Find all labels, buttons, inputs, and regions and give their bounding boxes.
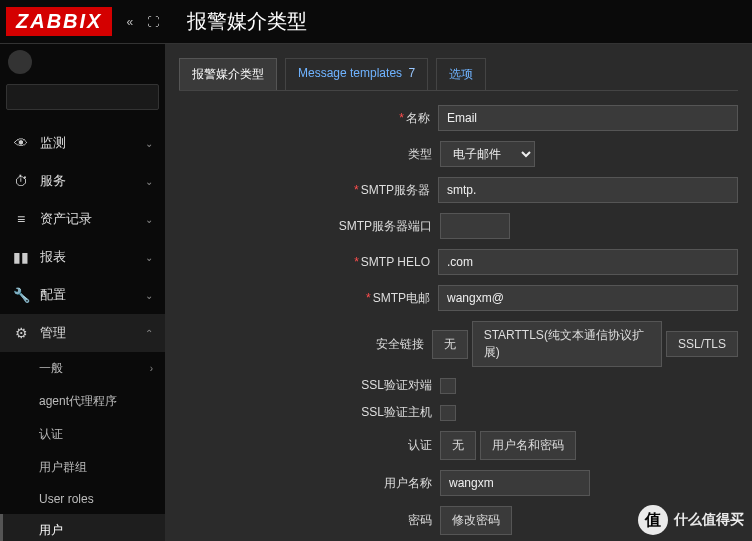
- list-icon: ≡: [12, 211, 30, 227]
- wrench-icon: 🔧: [12, 287, 30, 303]
- sidebar: 🔍 👁 监测 ⌄ ⏱ 服务 ⌄ ≡ 资产记录 ⌄ ▮▮ 报表 ⌄: [0, 44, 165, 541]
- chevron-right-icon: ›: [150, 363, 153, 374]
- chevron-down-icon: ⌄: [145, 214, 153, 225]
- subnav-users[interactable]: 用户: [0, 514, 165, 541]
- security-ssltls-button[interactable]: SSL/TLS: [666, 331, 738, 357]
- smtp-helo-input[interactable]: [438, 249, 738, 275]
- page-title: 报警媒介类型: [187, 8, 307, 35]
- tab-options[interactable]: 选项: [436, 58, 486, 90]
- sidebar-item-label: 监测: [40, 134, 135, 152]
- subnav-label: User roles: [39, 492, 94, 506]
- security-none-button[interactable]: 无: [432, 330, 468, 359]
- label-password: 密码: [408, 513, 432, 527]
- brand-logo: ZABBIX: [6, 7, 112, 36]
- sidebar-item-label: 配置: [40, 286, 135, 304]
- chevron-down-icon: ⌄: [145, 138, 153, 149]
- sidebar-item-reports[interactable]: ▮▮ 报表 ⌄: [0, 238, 165, 276]
- ssl-verify-peer-checkbox[interactable]: [440, 378, 456, 394]
- label-name: 名称: [406, 111, 430, 125]
- name-input[interactable]: [438, 105, 738, 131]
- username-input[interactable]: [440, 470, 590, 496]
- tab-label: Message templates: [298, 66, 402, 80]
- chevron-down-icon: ⌄: [145, 290, 153, 301]
- subnav-label: agent代理程序: [39, 393, 117, 410]
- chevron-down-icon: ⌄: [145, 252, 153, 263]
- auth-userpass-button[interactable]: 用户名和密码: [480, 431, 576, 460]
- subnav-userroles[interactable]: User roles: [0, 484, 165, 514]
- clock-icon: ⏱: [12, 173, 30, 189]
- subnav-label: 认证: [39, 426, 63, 443]
- tab-media-type[interactable]: 报警媒介类型: [179, 58, 277, 90]
- collapse-sidebar-icon[interactable]: «: [126, 15, 133, 29]
- tab-message-templates[interactable]: Message templates 7: [285, 58, 428, 90]
- type-select[interactable]: 电子邮件: [440, 141, 535, 167]
- subnav-general[interactable]: 一般 ›: [0, 352, 165, 385]
- sidebar-item-admin[interactable]: ⚙ 管理 ⌃: [0, 314, 165, 352]
- change-password-button[interactable]: 修改密码: [440, 506, 512, 535]
- subnav-auth[interactable]: 认证: [0, 418, 165, 451]
- smtp-email-input[interactable]: [438, 285, 738, 311]
- chevron-down-icon: ⌄: [145, 176, 153, 187]
- eye-icon: 👁: [12, 135, 30, 151]
- sidebar-item-config[interactable]: 🔧 配置 ⌄: [0, 276, 165, 314]
- security-starttls-button[interactable]: STARTTLS(纯文本通信协议扩展): [472, 321, 662, 367]
- label-ssl-verify-peer: SSL验证对端: [361, 378, 432, 392]
- search-box[interactable]: 🔍: [6, 84, 159, 110]
- watermark: 值 什么值得买: [638, 505, 744, 535]
- label-authentication: 认证: [408, 438, 432, 452]
- chevron-up-icon: ⌃: [145, 328, 153, 339]
- label-smtp-server: SMTP服务器: [361, 183, 430, 197]
- search-input[interactable]: [7, 85, 169, 109]
- smtp-server-input[interactable]: [438, 177, 738, 203]
- sidebar-item-inventory[interactable]: ≡ 资产记录 ⌄: [0, 200, 165, 238]
- sidebar-item-label: 服务: [40, 172, 135, 190]
- subnav-label: 用户群组: [39, 459, 87, 476]
- label-smtp-port: SMTP服务器端口: [339, 219, 432, 233]
- watermark-icon: 值: [638, 505, 668, 535]
- avatar[interactable]: [8, 50, 32, 74]
- auth-none-button[interactable]: 无: [440, 431, 476, 460]
- sidebar-item-label: 资产记录: [40, 210, 135, 228]
- subnav-usergroups[interactable]: 用户群组: [0, 451, 165, 484]
- label-ssl-verify-host: SSL验证主机: [361, 405, 432, 419]
- content: 报警媒介类型 Message templates 7 选项 *名称 类型 电子邮…: [165, 44, 752, 541]
- sidebar-item-label: 报表: [40, 248, 135, 266]
- smtp-port-input[interactable]: [440, 213, 510, 239]
- gear-icon: ⚙: [12, 325, 30, 341]
- label-smtp-email: SMTP电邮: [373, 291, 430, 305]
- sidebar-item-monitoring[interactable]: 👁 监测 ⌄: [0, 124, 165, 162]
- label-smtp-helo: SMTP HELO: [361, 255, 430, 269]
- tab-count: 7: [408, 66, 415, 80]
- bar-chart-icon: ▮▮: [12, 249, 30, 265]
- sidebar-item-label: 管理: [40, 324, 135, 342]
- ssl-verify-host-checkbox[interactable]: [440, 405, 456, 421]
- label-type: 类型: [408, 147, 432, 161]
- subnav-label: 一般: [39, 360, 63, 377]
- label-connection-security: 安全链接: [376, 337, 424, 351]
- sidebar-item-services[interactable]: ⏱ 服务 ⌄: [0, 162, 165, 200]
- label-username: 用户名称: [384, 476, 432, 490]
- subnav-label: 用户: [39, 522, 63, 539]
- watermark-text: 什么值得买: [674, 511, 744, 529]
- subnav-proxies[interactable]: agent代理程序: [0, 385, 165, 418]
- fullscreen-icon[interactable]: ⛶: [147, 15, 159, 29]
